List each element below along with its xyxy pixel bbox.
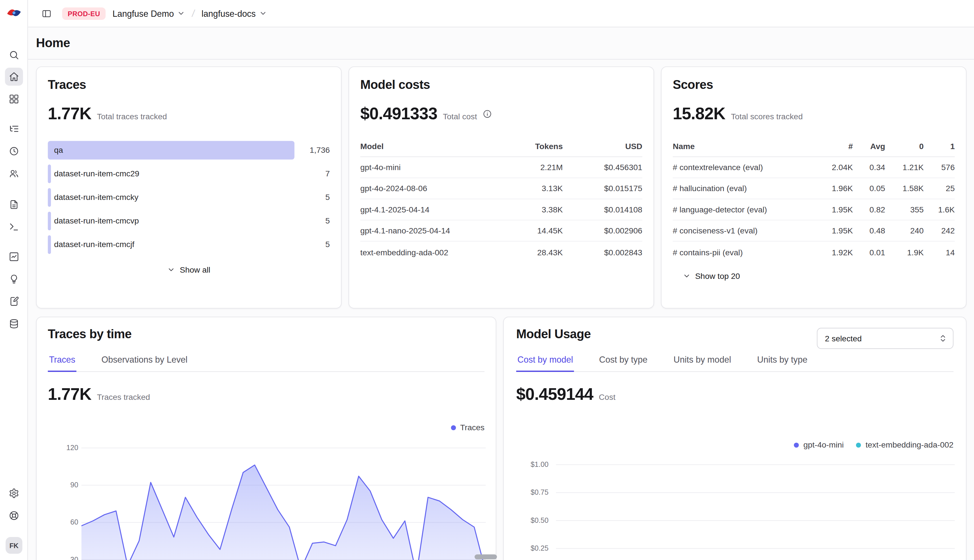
- org-switcher[interactable]: Langfuse Demo: [112, 8, 185, 18]
- tab-observations-by-level[interactable]: Observations by Level: [100, 351, 189, 371]
- y-tick: 30: [48, 556, 79, 560]
- traces-by-time-tabs: Traces Observations by Level: [48, 351, 484, 372]
- traces-total: 1.77K: [48, 104, 91, 123]
- chevron-down-icon: [167, 266, 175, 274]
- bar-fill: [48, 141, 294, 160]
- project-name: langfuse-docs: [201, 8, 256, 18]
- table-row: # language-detector (eval) 1.95K 0.82 35…: [673, 199, 955, 220]
- legend-dot: [794, 442, 799, 447]
- trace-bar-row[interactable]: dataset-run-item-cmcjf 5: [48, 235, 330, 254]
- user-avatar[interactable]: FK: [6, 537, 22, 554]
- horizontal-scrollbar-thumb[interactable]: [474, 554, 497, 559]
- tab-cost-by-model[interactable]: Cost by model: [516, 351, 574, 372]
- scores-card: Scores 15.82K Total scores tracked Name …: [661, 67, 967, 309]
- scores-table: Name # Avg 0 1 # contextrelevance (eval)…: [673, 138, 955, 263]
- total-cost-label: Total cost: [443, 112, 477, 121]
- bar-label: dataset-run-item-cmcjf: [54, 235, 134, 254]
- chevrons-up-down-icon: [939, 334, 947, 343]
- show-all-button[interactable]: Show all: [48, 265, 330, 275]
- trace-bar-row[interactable]: dataset-run-item-cmcvp 5: [48, 212, 330, 231]
- traces-area-chart: [81, 441, 486, 560]
- bar-value: 7: [325, 164, 330, 183]
- table-row: gpt-4o-2024-08-06 3.13K $0.015175: [360, 178, 642, 199]
- y-tick: $0.50: [518, 517, 548, 524]
- trace-bar-row[interactable]: qa 1,736: [48, 141, 330, 160]
- col-zero: 0: [885, 142, 924, 151]
- list-tree-icon[interactable]: [5, 120, 23, 138]
- gridline: [556, 548, 955, 548]
- breadcrumb-separator: /: [191, 8, 195, 19]
- table-row: # hallucination (eval) 1.96K 0.05 1.58K …: [673, 178, 955, 199]
- show-top-20-label: Show top 20: [695, 271, 740, 280]
- chart-square-icon[interactable]: [5, 248, 23, 265]
- traces-card: Traces 1.77K Total traces tracked qa 1,7…: [36, 67, 342, 309]
- terminal-icon[interactable]: [5, 218, 23, 236]
- model-usage-card: Model Usage 2 selected Cost by model Cos…: [503, 317, 967, 560]
- life-buoy-icon[interactable]: [5, 507, 23, 525]
- bar-label: dataset-run-item-cmcky: [54, 188, 139, 207]
- users-icon[interactable]: [5, 164, 23, 182]
- bar-fill: [48, 212, 51, 231]
- model-costs-card: Model costs $0.491333 Total cost Model T…: [348, 67, 654, 309]
- legend-label: Traces: [460, 423, 484, 432]
- col-model: Model: [360, 142, 495, 151]
- show-top-20-button[interactable]: Show top 20: [673, 271, 955, 280]
- bar-value: 5: [325, 188, 330, 207]
- gridline: [556, 492, 955, 493]
- y-tick: 120: [48, 444, 79, 451]
- gridline: [556, 464, 955, 465]
- y-tick: 60: [48, 518, 79, 526]
- sidebar-toggle-icon[interactable]: [38, 5, 55, 22]
- col-one: 1: [924, 142, 955, 151]
- y-tick: $0.75: [518, 489, 548, 496]
- legend-item[interactable]: gpt-4o-mini: [794, 440, 844, 450]
- legend-label: gpt-4o-mini: [803, 440, 844, 450]
- tab-cost-by-type[interactable]: Cost by type: [598, 351, 649, 371]
- usage-cost-label: Cost: [599, 392, 615, 402]
- usage-cost-value: $0.459144: [516, 385, 593, 404]
- show-all-label: Show all: [180, 265, 210, 275]
- clock-icon[interactable]: [5, 142, 23, 160]
- chart-legend[interactable]: Traces: [451, 423, 485, 432]
- table-row: # conciseness-v1 (eval) 1.95K 0.48 240 2…: [673, 220, 955, 242]
- bar-value: 5: [325, 235, 330, 254]
- gridline: [556, 520, 955, 521]
- dashboard-icon[interactable]: [5, 90, 23, 108]
- topbar: PROD-EU Langfuse Demo / langfuse-docs: [28, 0, 974, 27]
- lightbulb-icon[interactable]: [5, 270, 23, 288]
- legend-item[interactable]: text-embedding-ada-002: [856, 440, 953, 450]
- bar-fill: [48, 188, 51, 207]
- app-root: FK PROD-EU Langfuse Demo / langfuse-docs…: [0, 0, 974, 560]
- bar-label: qa: [54, 141, 63, 160]
- home-icon[interactable]: [5, 68, 23, 85]
- info-icon[interactable]: [483, 109, 492, 119]
- bar-value: 5: [325, 212, 330, 231]
- table-row: text-embedding-ada-002 28.43K $0.002843: [360, 242, 642, 262]
- table-row: gpt-4o-mini 2.21M $0.456301: [360, 157, 642, 178]
- col-avg: Avg: [853, 142, 885, 151]
- settings-gear-icon[interactable]: [5, 484, 23, 502]
- chart-legend: gpt-4o-mini text-embedding-ada-002: [794, 440, 954, 450]
- database-icon[interactable]: [5, 315, 23, 333]
- file-text-icon[interactable]: [5, 196, 23, 213]
- table-row: # contextrelevance (eval) 2.04K 0.34 1.2…: [673, 157, 955, 178]
- y-tick: 90: [48, 481, 79, 488]
- model-select-dropdown[interactable]: 2 selected: [817, 328, 954, 349]
- traces-card-title: Traces: [48, 78, 330, 92]
- tab-traces[interactable]: Traces: [48, 351, 77, 372]
- search-icon[interactable]: [5, 46, 23, 64]
- sidebar: FK: [0, 0, 28, 560]
- bar-label: dataset-run-item-cmcvp: [54, 212, 139, 231]
- tab-units-by-type[interactable]: Units by type: [756, 351, 809, 371]
- langfuse-logo-icon[interactable]: [6, 7, 22, 18]
- tab-units-by-model[interactable]: Units by model: [672, 351, 732, 371]
- chevron-down-icon: [177, 9, 185, 17]
- legend-label: text-embedding-ada-002: [865, 440, 954, 450]
- org-name: Langfuse Demo: [112, 8, 174, 18]
- chevron-down-icon: [683, 272, 691, 280]
- project-switcher[interactable]: langfuse-docs: [201, 8, 267, 18]
- environment-badge: PROD-EU: [62, 7, 106, 20]
- trace-bar-row[interactable]: dataset-run-item-cmc29 7: [48, 164, 330, 183]
- file-pen-icon[interactable]: [5, 292, 23, 310]
- trace-bar-row[interactable]: dataset-run-item-cmcky 5: [48, 188, 330, 207]
